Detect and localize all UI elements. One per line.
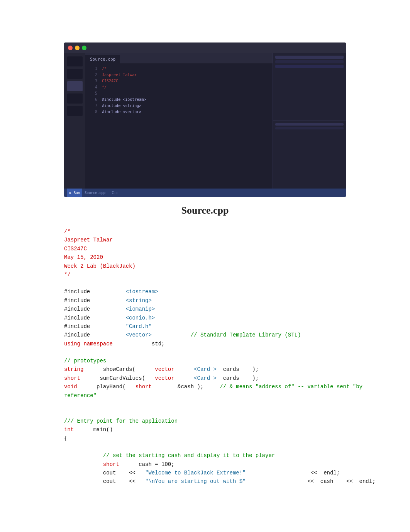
comment-date: May 15, 2020 bbox=[64, 253, 346, 262]
prototype-sumcardvalues: short sumCardValues( vector <Card > card… bbox=[64, 374, 346, 382]
cout-starting: cout << "\nYou are starting out with $" … bbox=[64, 477, 346, 486]
ide-main: Source.cpp 1 2 3 4 5 6 7 8 /* bbox=[85, 53, 273, 189]
include-conio: #include <conio.h> bbox=[64, 314, 346, 322]
right-panel-item bbox=[275, 56, 344, 59]
right-panel-item bbox=[275, 123, 344, 126]
code-line: */ bbox=[102, 84, 269, 90]
prototypes-comment: // prototypes bbox=[64, 357, 346, 365]
line-number: 5 bbox=[87, 90, 97, 97]
sidebar-item[interactable] bbox=[67, 106, 83, 116]
comment-close: */ bbox=[64, 270, 346, 279]
ide-status-text: Source.cpp — C++ bbox=[85, 191, 118, 195]
line-number: 1 bbox=[87, 66, 97, 72]
ide-right-top bbox=[273, 53, 346, 121]
line-number: 3 bbox=[87, 78, 97, 84]
main-open-brace: { bbox=[64, 434, 346, 443]
code-line: #include <iostream> bbox=[102, 97, 269, 103]
code-line bbox=[102, 90, 269, 97]
code-block: /* Jaspreet Talwar CIS247C May 15, 2020 … bbox=[64, 227, 346, 486]
empty-line bbox=[64, 408, 346, 417]
ide-tabs: Source.cpp bbox=[85, 53, 273, 63]
sidebar-item[interactable] bbox=[67, 93, 83, 104]
sidebar-item[interactable] bbox=[67, 69, 83, 79]
comment-author: Jaspreet Talwar bbox=[64, 236, 346, 244]
comment-class: CIS247C bbox=[64, 245, 346, 253]
include-string: #include <string> bbox=[64, 296, 346, 305]
right-panel-item bbox=[275, 65, 344, 68]
empty-line bbox=[64, 348, 346, 357]
code-line: CIS247C bbox=[102, 78, 269, 84]
right-panel-item bbox=[275, 60, 344, 63]
code-content: Source.cpp /* Jaspreet Talwar CIS247C Ma… bbox=[64, 197, 346, 494]
include-iomanip: #include <iomanip> bbox=[64, 305, 346, 313]
comment-open: /* bbox=[64, 227, 346, 236]
file-title: Source.cpp bbox=[64, 205, 346, 216]
ide-right-bottom bbox=[273, 121, 346, 189]
ide-editor: 1 2 3 4 5 6 7 8 /* Jaspreet Talwar CIS24… bbox=[85, 63, 273, 189]
prototype-showcards: string showCards( vector <Card > cards )… bbox=[64, 365, 346, 374]
using-namespace: using namespace std; bbox=[64, 340, 346, 348]
ide-code-area[interactable]: /* Jaspreet Talwar CIS247C */ #include <… bbox=[99, 63, 273, 189]
ide-bottom-bar: ▶ Run Source.cpp — C++ bbox=[64, 189, 346, 197]
body-comment: // set the starting cash and display it … bbox=[64, 451, 346, 460]
sidebar-item[interactable] bbox=[67, 56, 83, 66]
ide-tab-source[interactable]: Source.cpp bbox=[85, 55, 120, 63]
ide-sidebar bbox=[64, 53, 85, 189]
include-vector: #include <vector> // Standard Template L… bbox=[64, 331, 346, 339]
line-number: 8 bbox=[87, 109, 97, 115]
ide-body: Source.cpp 1 2 3 4 5 6 7 8 /* bbox=[64, 53, 346, 189]
line-number: 7 bbox=[87, 103, 97, 109]
empty-line bbox=[64, 400, 346, 408]
line-number: 4 bbox=[87, 84, 97, 90]
include-iostream: #include <iostream> bbox=[64, 287, 346, 296]
comment-lab: Week 2 Lab (BlackJack) bbox=[64, 262, 346, 270]
page-container: Source.cpp 1 2 3 4 5 6 7 8 /* bbox=[0, 42, 410, 532]
line-number: 2 bbox=[87, 72, 97, 78]
minimize-button[interactable] bbox=[75, 46, 80, 50]
close-button[interactable] bbox=[68, 46, 73, 50]
line-numbers: 1 2 3 4 5 6 7 8 bbox=[85, 63, 99, 189]
maximize-button[interactable] bbox=[82, 46, 86, 50]
prototype-playhand: void playHand( short &cash ); // & means… bbox=[64, 382, 346, 391]
include-card: #include "Card.h" bbox=[64, 322, 346, 331]
prototype-comment-cont: reference" bbox=[64, 391, 346, 400]
cash-decl: short cash = 100; bbox=[64, 460, 346, 469]
code-line: #include <string> bbox=[102, 103, 269, 109]
ide-status-run[interactable]: ▶ Run bbox=[67, 189, 82, 197]
empty-line bbox=[64, 443, 346, 451]
sidebar-item-active[interactable] bbox=[67, 81, 83, 91]
empty-line bbox=[64, 279, 346, 287]
ide-titlebar bbox=[64, 42, 346, 53]
ide-screenshot: Source.cpp 1 2 3 4 5 6 7 8 /* bbox=[64, 42, 346, 197]
code-line: /* bbox=[102, 66, 269, 72]
right-panel-item bbox=[275, 127, 344, 129]
line-number: 6 bbox=[87, 97, 97, 103]
main-comment: /// Entry point for the application bbox=[64, 417, 346, 425]
main-signature: int main() bbox=[64, 425, 346, 434]
ide-right-panel bbox=[273, 53, 346, 189]
code-line: #include <vector> bbox=[102, 109, 269, 115]
code-line: Jaspreet Talwar bbox=[102, 72, 269, 78]
cout-welcome: cout << "Welcome to BlackJack Extreme!" … bbox=[64, 469, 346, 477]
